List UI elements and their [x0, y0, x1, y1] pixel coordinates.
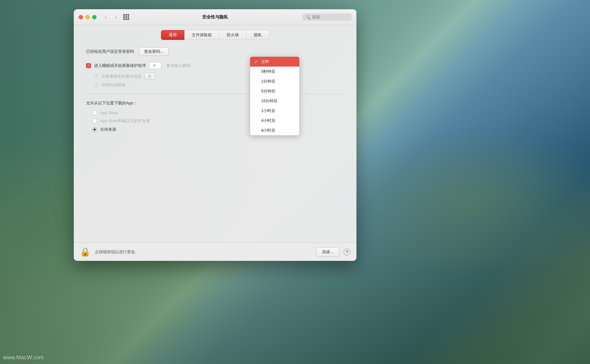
dropdown-item-label: 8小时后: [261, 128, 275, 133]
password-row: 已经给此用户设定登录密码 更改密码...: [86, 47, 344, 56]
radio-appstore-dev-btn[interactable]: [92, 118, 97, 123]
watermark: www.MacW.com: [3, 354, 44, 361]
lock-message: 点按锁按钮以进行更改。: [95, 249, 312, 255]
minimize-button[interactable]: [85, 15, 90, 19]
password-label: 已经给此用户设定登录密码: [86, 49, 134, 54]
preferences-window: ‹ › 安全性与隐私 🔍 通用 文件保险箱 防火墙 隐私 已经给此用户设定登录密…: [74, 9, 356, 261]
require-pwd-label: 要求输入密码: [166, 63, 190, 68]
dropdown-item-4hour[interactable]: 4小时后: [250, 116, 299, 126]
dropdown-item-label: 5秒钟后: [261, 69, 275, 74]
close-button[interactable]: [79, 15, 83, 19]
bottom-bar: 🔒 点按锁按钮以进行更改。 高级... ?: [74, 242, 356, 261]
divider: [86, 94, 344, 94]
autologin-row: ✓ 停用自动登录: [94, 82, 344, 88]
change-password-button[interactable]: 更改密码...: [139, 47, 169, 56]
lock-icon[interactable]: 🔒: [80, 247, 91, 257]
content-area: 已经给此用户设定登录密码 更改密码... ✓ 进入睡眠或开始屏幕保护程序 ▼ 要…: [74, 40, 356, 140]
search-box[interactable]: 🔍: [302, 14, 352, 21]
dropdown-item-label: 1分钟后: [261, 79, 275, 84]
dropdown-item-label: 1小时后: [261, 108, 275, 114]
sleep-checkbox[interactable]: ✓: [86, 63, 91, 68]
screen-lock-checkbox[interactable]: ✓: [94, 74, 98, 79]
downloads-label: 允许从以下位置下载的App：: [86, 100, 344, 106]
titlebar: ‹ › 安全性与隐私 🔍: [74, 9, 356, 25]
maximize-button[interactable]: [92, 15, 96, 19]
radio-anywhere[interactable]: 任何来源: [92, 127, 344, 132]
check-icon: ✓: [254, 60, 259, 64]
forward-button[interactable]: ›: [112, 14, 120, 20]
dropdown-item-label: 立即: [261, 59, 269, 64]
downloads-section: 允许从以下位置下载的App： App Store App Store和被认可的开…: [86, 100, 344, 132]
dropdown-item-15min[interactable]: 15分钟后: [250, 96, 299, 106]
screen-lock-label: 在屏幕锁定时显示信息: [101, 74, 141, 79]
search-icon: 🔍: [305, 15, 310, 19]
set-message-button[interactable]: 设: [144, 73, 155, 80]
help-button[interactable]: ?: [344, 249, 350, 255]
tab-firewall[interactable]: 防火墙: [219, 30, 246, 40]
traffic-lights: [79, 15, 96, 19]
dropdown-item-1hour[interactable]: 1小时后: [250, 106, 299, 116]
radio-appstore-label: App Store: [100, 110, 118, 115]
dropdown-item-8hour[interactable]: 8小时后: [250, 126, 299, 135]
autologin-label: 停用自动登录: [101, 82, 125, 88]
tab-privacy[interactable]: 隐私: [246, 30, 269, 40]
dropdown-item-5sec[interactable]: 5秒钟后: [250, 67, 299, 76]
radio-anywhere-btn[interactable]: [92, 127, 97, 132]
window-title: 安全性与隐私: [202, 14, 228, 20]
dropdown-item-5min[interactable]: 5分钟后: [250, 86, 299, 96]
password-timing-menu[interactable]: ✓ 立即 5秒钟后 1分钟后 5分钟后 15分钟后 1小时后 4小时后: [250, 57, 299, 135]
back-button[interactable]: ‹: [101, 14, 110, 20]
radio-appstore[interactable]: App Store: [92, 110, 344, 115]
sleep-row: ✓ 进入睡眠或开始屏幕保护程序 ▼ 要求输入密码: [86, 62, 344, 69]
dropdown-item-label: 15分钟后: [261, 98, 277, 104]
tabbar: 通用 文件保险箱 防火墙 隐私: [74, 25, 356, 40]
dropdown-item-label: 5分钟后: [261, 88, 275, 94]
search-input[interactable]: [312, 15, 349, 19]
tab-filevault[interactable]: 文件保险箱: [184, 30, 219, 40]
autologin-checkbox[interactable]: ✓: [94, 83, 98, 87]
sleep-label: 进入睡眠或开始屏幕保护程序: [94, 63, 146, 68]
dropdown-item-immediate[interactable]: ✓ 立即: [250, 57, 299, 67]
grid-button[interactable]: [122, 13, 130, 21]
dropdown-item-1min[interactable]: 1分钟后: [250, 76, 299, 86]
tab-general[interactable]: 通用: [161, 30, 184, 40]
radio-appstore-btn[interactable]: [92, 110, 97, 115]
radio-appstore-dev-label: App Store和被认可的开发者: [100, 118, 150, 124]
radio-appstore-dev[interactable]: App Store和被认可的开发者: [92, 118, 344, 124]
radio-anywhere-label: 任何来源: [100, 127, 116, 132]
screen-lock-row: ✓ 在屏幕锁定时显示信息 设: [94, 73, 344, 80]
dropdown-item-label: 4小时后: [261, 118, 275, 123]
grid-icon: [123, 14, 129, 20]
advanced-button[interactable]: 高级...: [316, 247, 339, 257]
radio-group: App Store App Store和被认可的开发者 任何来源: [92, 110, 344, 132]
nav-buttons: ‹ ›: [101, 14, 120, 20]
password-timing-dropdown[interactable]: ▼: [149, 62, 161, 69]
